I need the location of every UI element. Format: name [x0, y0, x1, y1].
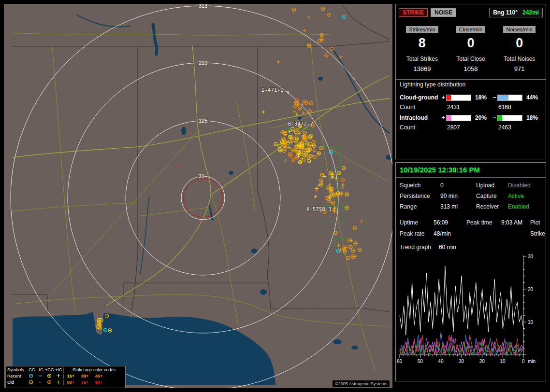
cloud-ground-row: Cloud-ground + 18% − 44%	[396, 90, 546, 101]
range-ring-label: 125	[199, 118, 207, 124]
uptime-label: Uptime	[400, 219, 434, 226]
storm-motion-indicator: ∨	[287, 90, 290, 95]
strike-symbol	[340, 192, 343, 195]
bearing-value: 242mi	[522, 9, 539, 16]
+CG-symbol-icon	[46, 379, 53, 385]
trend-graph: 3020106050403020100min	[397, 252, 542, 373]
svg-text:0: 0	[522, 359, 525, 364]
legend-col--IC: -IC	[36, 367, 45, 373]
noises-per-min-label[interactable]: Noises/min	[503, 26, 535, 33]
legend-symbol-cell	[54, 373, 63, 380]
capture-label: Capture	[476, 193, 508, 199]
session-grid: Uptime 56:09 Peak time 9:03 AM Plot Peak…	[396, 213, 546, 237]
strike-stats-panel: STRIKE NOISE Bng 110° 242mi Strikes/min …	[395, 4, 546, 159]
legend-symbol-cell	[36, 373, 45, 380]
intracloud-row: Intracloud + 20% − 18%	[396, 111, 546, 121]
legend-age-header: Strike age color codes	[63, 367, 124, 373]
copyright-text: ©2005 Astrogenic Systems	[333, 380, 390, 387]
ic-count-label: Count	[400, 124, 440, 131]
map-area[interactable]: 31321912531 I-471-1∨B-3472-2X-575B-3 Sym…	[4, 4, 392, 388]
app-window: 31321912531 I-471-1∨B-3472-2X-575B-3 Sym…	[0, 0, 550, 392]
total-close-value: 1058	[447, 65, 495, 72]
svg-text:40: 40	[438, 359, 444, 364]
peak-rate-value: 48/min	[434, 230, 466, 237]
legend-col--CG: -CG	[27, 367, 36, 373]
storm-cell-id: I-471-1	[261, 87, 284, 93]
svg-text:30: 30	[459, 359, 464, 364]
strikes-per-min-label[interactable]: Strikes/min	[406, 26, 438, 33]
age-code: 30+	[78, 374, 92, 379]
svg-text:20: 20	[479, 359, 485, 364]
age-code: 60+	[64, 380, 78, 385]
intracloud-label: Intracloud	[400, 114, 440, 121]
legend-row-old: Old60+75+90+	[7, 379, 124, 386]
cg-minus-percent: 44%	[524, 94, 541, 101]
persistence-label: Persistence	[400, 193, 440, 199]
ic-minus-count: 2463	[492, 124, 540, 131]
range-ring-label: 31	[199, 173, 204, 179]
distribution-title: Lightning type distribution	[396, 79, 546, 90]
+IC-symbol-icon	[56, 373, 62, 378]
ic-minus-percent: 18%	[524, 114, 541, 121]
cg-minus-bar	[497, 95, 522, 101]
strike-symbol	[298, 161, 302, 164]
storm-cell-id: B-3472-2	[288, 121, 313, 126]
legend-symbol-cell	[36, 379, 45, 386]
strike-symbol	[295, 150, 299, 153]
total-close-label: Total Close	[447, 56, 495, 62]
close-per-min-value: 0	[447, 33, 495, 51]
bearing-readout: Bng 110° 242mi	[489, 8, 543, 17]
persistence-value: 90 min	[440, 193, 476, 199]
svg-text:20: 20	[528, 287, 534, 292]
legend-symbols-header: Symbols	[7, 367, 27, 373]
svg-text:min: min	[528, 359, 536, 364]
peak-time-label: Peak time	[466, 219, 501, 226]
strike-mode-button[interactable]: STRIKE	[399, 8, 428, 17]
legend-symbol-cell	[27, 379, 36, 386]
total-noises-value: 971	[495, 65, 544, 72]
map-symbol-legend: Symbols-CG-IC+CG+ICStrike age color code…	[6, 366, 126, 388]
total-noises-label: Total Noises	[495, 56, 544, 62]
-CG-symbol-icon	[28, 373, 34, 378]
strike-symbol	[296, 102, 299, 106]
capture-status: Active	[508, 193, 542, 199]
-CG-symbol-icon	[28, 379, 34, 385]
strike-symbol	[297, 144, 301, 147]
ic-plus-bar	[446, 115, 471, 121]
range-ring-label: 219	[199, 60, 207, 66]
strike-symbol	[317, 152, 320, 155]
age-code: 75+	[78, 380, 92, 385]
strikes-per-min-value: 8	[398, 33, 447, 51]
status-panel: 10/19/2025 12:39:16 PM Squelch 0 Upload …	[395, 162, 546, 381]
trend-series-strikes_per_min	[400, 266, 523, 335]
cg-plus-percent: 18%	[473, 94, 492, 101]
legend-symbol-cell	[45, 379, 54, 386]
storm-cell-id: X-575B-3	[306, 207, 332, 212]
strike-symbol	[320, 38, 323, 41]
mode-button-row: STRIKE NOISE Bng 110° 242mi	[396, 4, 546, 19]
svg-text:50: 50	[418, 359, 423, 364]
cg-count-label: Count	[400, 104, 440, 111]
svg-text:30: 30	[528, 254, 534, 259]
bearing-label: Bng 110°	[493, 9, 518, 16]
trend-window: 60 min	[439, 244, 456, 251]
legend-age-values: 60+75+90+	[63, 380, 124, 385]
legend-symbol-cell	[54, 379, 63, 386]
strike-symbol	[297, 153, 300, 156]
legend-symbol-cell	[27, 373, 36, 380]
-IC-symbol-icon	[37, 379, 43, 385]
range-value: 313 mi	[440, 203, 476, 210]
lightning-map[interactable]: 31321912531 I-471-1∨B-3472-2X-575B-3	[4, 4, 392, 388]
close-per-min-label[interactable]: Close/min	[456, 26, 486, 33]
noise-mode-button[interactable]: NOISE	[431, 8, 456, 17]
legend-header: Symbols-CG-IC+CG+ICStrike age color code…	[7, 367, 124, 373]
age-code: 45+	[92, 374, 106, 379]
totals: Total Strikes Total Close Total Noises 1…	[396, 51, 546, 72]
receiver-label: Receiver	[476, 203, 508, 210]
+CG-symbol-icon	[46, 373, 53, 378]
-IC-symbol-icon	[37, 373, 43, 378]
intracloud-count-row: Count 2807 2463	[396, 121, 546, 131]
squelch-label: Squelch	[400, 182, 440, 189]
per-minute-rates: Strikes/min Close/min Noises/min 8 0 0	[396, 19, 546, 51]
datetime-readout: 10/19/2025 12:39:16 PM	[396, 163, 546, 178]
